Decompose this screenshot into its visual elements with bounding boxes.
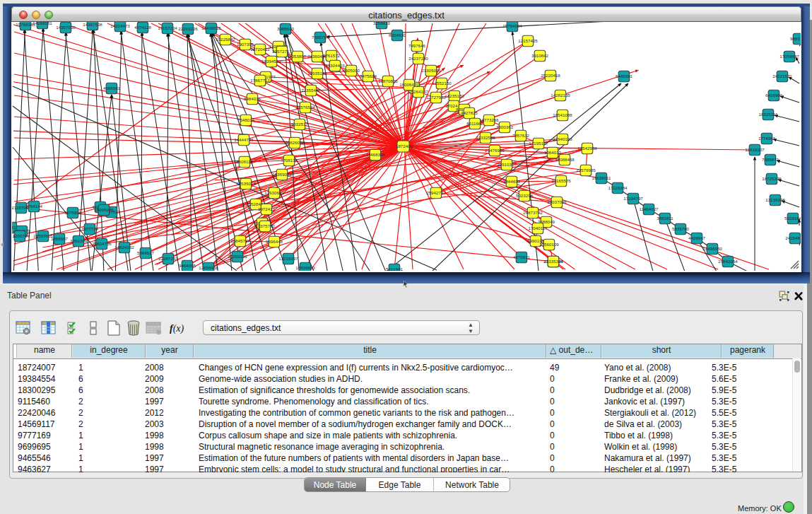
svg-text:22579965: 22579965 [576, 168, 596, 173]
svg-text:15784984: 15784984 [502, 23, 522, 28]
svg-text:13200724: 13200724 [12, 233, 30, 238]
svg-text:9696448: 9696448 [266, 239, 283, 244]
svg-text:7548014: 7548014 [237, 117, 255, 122]
svg-text:1774963: 1774963 [758, 136, 776, 141]
svg-text:9761572: 9761572 [323, 53, 341, 58]
svg-text:19225842: 19225842 [216, 37, 235, 42]
svg-text:3259810: 3259810 [373, 22, 391, 25]
svg-text:12496950: 12496950 [702, 246, 722, 251]
svg-text:6605000: 6605000 [343, 68, 360, 73]
svg-text:5023298: 5023298 [516, 193, 534, 198]
svg-text:3910842: 3910842 [531, 53, 549, 58]
svg-text:22287253: 22287253 [158, 256, 178, 261]
svg-text:3881811: 3881811 [657, 216, 673, 221]
svg-text:25942777: 25942777 [426, 190, 446, 195]
svg-text:13235150: 13235150 [445, 93, 464, 98]
svg-text:16636011: 16636011 [592, 175, 611, 180]
svg-text:4428847: 4428847 [688, 235, 706, 240]
svg-text:10375730: 10375730 [255, 223, 275, 228]
svg-text:9032517: 9032517 [291, 122, 309, 127]
svg-text:15560109: 15560109 [539, 242, 559, 247]
svg-text:12542956: 12542956 [577, 146, 597, 151]
svg-text:19005935: 19005935 [94, 207, 114, 212]
svg-text:14282135: 14282135 [551, 93, 570, 98]
svg-text:3088690: 3088690 [277, 26, 295, 31]
svg-text:14468306: 14468306 [365, 152, 385, 157]
svg-text:7395794: 7395794 [312, 35, 329, 40]
svg-text:12552150: 12552150 [432, 81, 452, 86]
svg-text:8004930: 8004930 [389, 33, 406, 37]
svg-text:16909883: 16909883 [295, 265, 315, 270]
svg-text:22572717: 22572717 [272, 49, 292, 54]
svg-text:4427825: 4427825 [461, 110, 478, 115]
svg-text:12930699: 12930699 [264, 190, 284, 195]
svg-text:24873742: 24873742 [523, 210, 543, 215]
svg-text:3359399: 3359399 [70, 238, 88, 243]
svg-text:7497646: 7497646 [408, 43, 426, 48]
svg-text:14444736: 14444736 [234, 137, 254, 142]
svg-text:9464365: 9464365 [179, 263, 196, 268]
svg-text:18325311: 18325311 [758, 112, 778, 117]
svg-text:14224473: 14224473 [110, 23, 130, 28]
svg-text:22335324: 22335324 [543, 259, 563, 264]
svg-text:21305096: 21305096 [421, 68, 441, 73]
svg-text:7857632: 7857632 [512, 133, 530, 138]
svg-text:14436625: 14436625 [201, 25, 221, 30]
svg-text:18394512: 18394512 [261, 59, 281, 64]
svg-text:12410307: 12410307 [745, 147, 765, 152]
svg-text:17867713: 17867713 [250, 78, 270, 83]
svg-text:17040117: 17040117 [528, 226, 548, 230]
svg-text:16773266: 16773266 [479, 117, 499, 122]
svg-text:12332589: 12332589 [476, 135, 495, 140]
svg-text:17195157: 17195157 [529, 141, 548, 146]
svg-text:2764144: 2764144 [25, 204, 43, 209]
svg-text:16541088: 16541088 [553, 112, 572, 117]
svg-text:5835780: 5835780 [672, 226, 690, 231]
svg-text:25842064: 25842064 [718, 259, 738, 264]
svg-text:4053807: 4053807 [289, 54, 307, 59]
svg-text:14357000: 14357000 [56, 25, 76, 30]
svg-text:6075608: 6075608 [64, 210, 82, 215]
svg-text:18870835: 18870835 [378, 78, 398, 83]
svg-text:8484036: 8484036 [244, 96, 261, 101]
svg-text:22910307: 22910307 [497, 162, 517, 167]
svg-text:13219297: 13219297 [278, 256, 298, 261]
svg-text:22283226: 22283226 [178, 26, 198, 31]
svg-text:4870621: 4870621 [513, 255, 531, 259]
svg-text:21476999: 21476999 [485, 148, 505, 153]
svg-text:6445991: 6445991 [616, 74, 633, 78]
svg-text:5919164: 5919164 [784, 216, 801, 221]
svg-text:4474128: 4474128 [134, 25, 152, 30]
svg-text:24237180: 24237180 [408, 56, 428, 61]
svg-text:17088458: 17088458 [555, 157, 575, 162]
svg-text:3844693: 3844693 [503, 179, 521, 184]
svg-text:1872400: 1872400 [396, 144, 413, 148]
svg-text:12935182: 12935182 [307, 71, 327, 76]
svg-text:21940193: 21940193 [553, 136, 572, 141]
svg-text:17119384: 17119384 [608, 185, 628, 190]
svg-text:23165576: 23165576 [551, 178, 571, 183]
svg-text:4688581: 4688581 [103, 86, 121, 90]
svg-text:1064032: 1064032 [544, 150, 562, 155]
svg-text:6416980: 6416980 [765, 93, 783, 98]
svg-text:5121901: 5121901 [386, 267, 404, 271]
svg-text:18720412: 18720412 [250, 47, 270, 52]
svg-text:18725376: 18725376 [762, 176, 782, 181]
svg-text:16845747: 16845747 [230, 238, 250, 243]
svg-text:1907395: 1907395 [237, 42, 254, 47]
svg-text:13624162: 13624162 [114, 245, 134, 250]
svg-text:21604736: 21604736 [92, 241, 112, 246]
svg-text:5984527: 5984527 [137, 250, 155, 255]
svg-text:12727933: 12727933 [426, 95, 446, 100]
svg-text:7708134: 7708134 [281, 158, 298, 163]
svg-text:22355447: 22355447 [301, 88, 321, 93]
svg-text:13138398: 13138398 [765, 197, 785, 202]
svg-text:17059887: 17059887 [779, 54, 799, 59]
svg-text:21576524: 21576524 [295, 105, 315, 110]
svg-text:8608114: 8608114 [236, 159, 253, 164]
svg-text:25220418: 25220418 [541, 73, 560, 78]
svg-text:18369073: 18369073 [272, 172, 292, 177]
svg-text:14387508: 14387508 [83, 22, 102, 27]
svg-text:7977734: 7977734 [81, 226, 99, 231]
svg-text:24154825: 24154825 [785, 235, 801, 240]
